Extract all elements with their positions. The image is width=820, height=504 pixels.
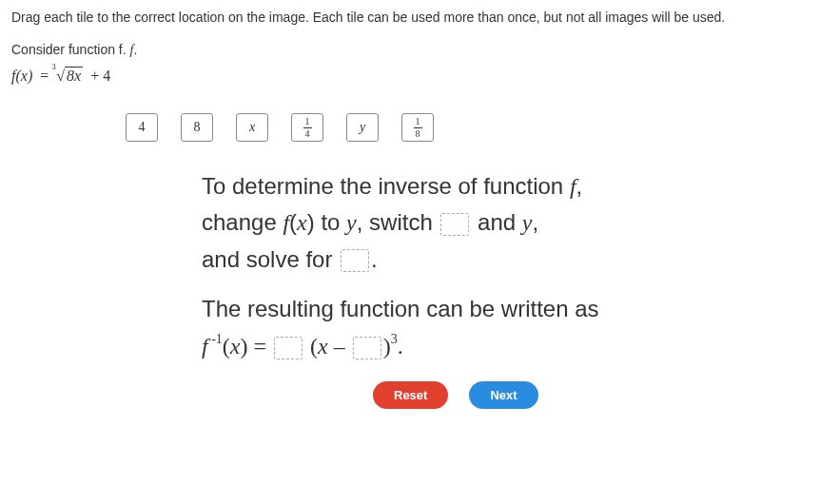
- txt-x: x: [297, 210, 307, 235]
- drop-slot-4[interactable]: [353, 337, 381, 359]
- txt: To determine the inverse of function: [202, 173, 570, 199]
- txt: and solve for: [202, 246, 339, 272]
- buttons-row: Reset Next: [373, 381, 809, 409]
- txt: ,: [576, 173, 583, 199]
- txt: –: [328, 334, 351, 359]
- inv-f: f: [202, 334, 208, 359]
- instruction-text: Drag each tile to the correct location o…: [11, 10, 809, 25]
- txt-y: y: [346, 210, 357, 235]
- inv-x2: x: [318, 334, 328, 359]
- fraction-num: 1: [303, 117, 312, 128]
- inv-cube: 3: [391, 332, 398, 346]
- txt: ,: [532, 209, 538, 235]
- txt: ) to: [307, 209, 346, 235]
- tile-one-fourth[interactable]: 1 4: [291, 113, 323, 142]
- txt: and: [471, 209, 521, 235]
- txt: ) =: [241, 334, 273, 359]
- passage-line-2: The resulting function can be written as…: [202, 291, 772, 364]
- formula-equals: =: [40, 68, 49, 84]
- consider-text: Consider function f. f.: [11, 42, 809, 58]
- txt-y: y: [522, 210, 533, 235]
- fraction-den-2: 8: [416, 128, 420, 139]
- passage-line-1: To determine the inverse of function f, …: [202, 168, 772, 278]
- txt: (: [310, 334, 318, 359]
- tile-one-eighth[interactable]: 1 8: [401, 113, 434, 142]
- prompt-text: Consider function f.: [11, 42, 127, 57]
- fraction-one-eighth: 1 8: [414, 117, 422, 139]
- reset-button[interactable]: Reset: [373, 381, 448, 409]
- drop-slot-2[interactable]: [341, 249, 369, 272]
- cube-root: 3 √8x: [56, 68, 83, 85]
- txt: .: [371, 246, 378, 272]
- txt: ): [383, 334, 391, 359]
- function-formula: f(x) = 3 √8x + 4: [11, 68, 809, 85]
- tile-8[interactable]: 8: [181, 113, 213, 142]
- next-button[interactable]: Next: [469, 381, 537, 409]
- inv-x: x: [230, 334, 241, 359]
- tile-4[interactable]: 4: [126, 113, 158, 142]
- radicand: 8x: [67, 68, 81, 84]
- root-index: 3: [51, 62, 56, 71]
- formula-lhs: f(x): [11, 68, 32, 84]
- txt-f: f: [570, 174, 576, 199]
- fraction-den: 4: [305, 128, 310, 139]
- txt: (: [223, 334, 230, 359]
- passage: To determine the inverse of function f, …: [202, 168, 772, 364]
- drop-slot-3[interactable]: [274, 337, 303, 359]
- inv-super: -1: [208, 332, 223, 346]
- tiles-row: 4 8 x 1 4 y 1 8: [126, 113, 809, 142]
- txt: change: [202, 209, 283, 235]
- tile-y[interactable]: y: [346, 113, 379, 142]
- fraction-one-fourth: 1 4: [303, 117, 312, 139]
- tile-x[interactable]: x: [236, 113, 268, 142]
- txt: (: [289, 209, 297, 235]
- txt: The resulting function can be written as: [202, 296, 599, 321]
- txt: , switch: [357, 209, 439, 235]
- drop-slot-1[interactable]: [440, 213, 469, 236]
- formula-plus: + 4: [90, 68, 110, 84]
- txt: .: [398, 334, 403, 359]
- fraction-num-2: 1: [414, 117, 422, 128]
